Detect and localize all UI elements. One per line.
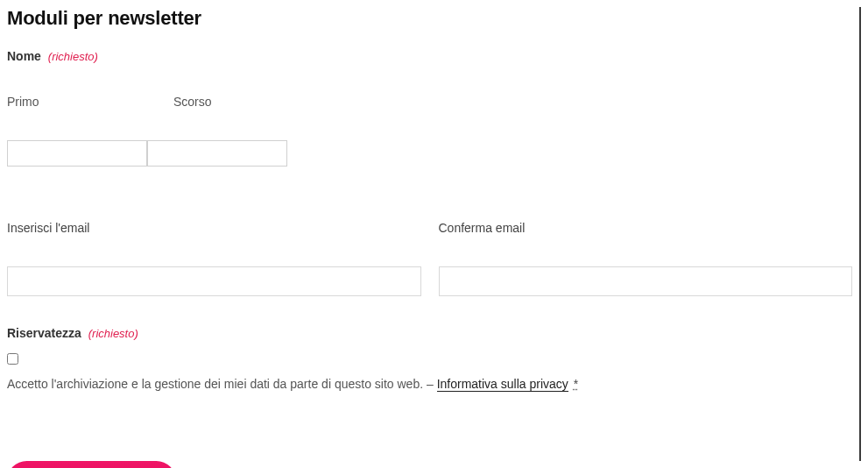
privacy-group: Riservatezza (richiesto) Accetto l'archi… — [7, 326, 852, 391]
privacy-consent-line: Accetto l'archiviazione e la gestione de… — [7, 377, 852, 391]
privacy-checkbox[interactable] — [7, 353, 18, 365]
privacy-required-text: (richiesto) — [88, 327, 138, 340]
name-group: Nome (richiesto) Primo Scorso — [7, 49, 852, 167]
confirm-email-label: Conferma email — [439, 221, 853, 235]
last-name-input[interactable] — [147, 140, 287, 167]
name-group-label: Nome (richiesto) — [7, 49, 852, 63]
privacy-group-label: Riservatezza (richiesto) — [7, 326, 852, 340]
last-name-label: Scorso — [173, 95, 314, 109]
name-label-text: Nome — [7, 49, 41, 63]
enter-email-label: Inserisci l'email — [7, 221, 421, 235]
email-group: Inserisci l'email Conferma email — [7, 221, 852, 296]
first-name-label: Primo — [7, 95, 147, 109]
privacy-consent-text: Accetto l'archiviazione e la gestione de… — [7, 377, 437, 391]
first-name-input[interactable] — [7, 140, 147, 167]
page-title: Moduli per newsletter — [7, 7, 852, 30]
privacy-label-text: Riservatezza — [7, 326, 81, 340]
name-required-text: (richiesto) — [48, 50, 98, 63]
required-star-icon: * — [574, 377, 578, 391]
enter-email-input[interactable] — [7, 266, 421, 296]
confirm-email-input[interactable] — [439, 266, 853, 296]
submit-button[interactable]: Tienimi Aggiornato! — [7, 461, 176, 468]
privacy-policy-link[interactable]: Informativa sulla privacy — [437, 377, 568, 392]
